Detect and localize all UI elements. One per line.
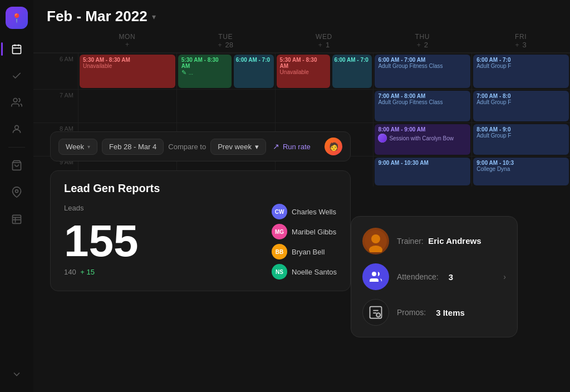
date-range-button[interactable]: Feb 28 - Mar 4 bbox=[102, 139, 164, 155]
cal-day-tue: TUE + 28 bbox=[176, 33, 275, 49]
thu-navy2-event[interactable]: 7:00 AM - 8:00 AM Adult Group Fitness Cl… bbox=[375, 91, 470, 121]
mon-unavail-event[interactable]: 5:30 AM - 8:30 AM Unavailable bbox=[80, 55, 175, 88]
cal-cell-thu-7am[interactable]: 7:00 AM - 8:00 AM Adult Group Fitness Cl… bbox=[373, 89, 471, 122]
avatar: MG bbox=[272, 224, 287, 239]
svg-point-4 bbox=[13, 99, 17, 102]
cal-cell-thu-8am[interactable]: 8:00 AM - 9:00 AM Session with Carolyn B… bbox=[373, 122, 471, 156]
cal-cell-fri-8am[interactable]: 8:00 AM - 9:0 Adult Group F bbox=[471, 122, 570, 156]
overlay-panel: Week ▾ Feb 28 - Mar 4 Compare to Prev we… bbox=[50, 131, 351, 291]
week-selector-button[interactable]: Week ▾ bbox=[58, 139, 97, 155]
fri-navy3-event[interactable]: 8:00 AM - 9:0 Adult Group F bbox=[473, 124, 569, 155]
tue-add-btn[interactable]: + bbox=[218, 41, 222, 49]
cal-cell-thu-6am[interactable]: 6:00 AM - 7:00 AM Adult Group Fitness Cl… bbox=[373, 53, 471, 89]
sidebar-item-location[interactable] bbox=[6, 181, 28, 203]
time-6am: 6 AM bbox=[33, 53, 78, 86]
run-rate-button[interactable]: ↗ Run rate bbox=[273, 142, 311, 151]
thu-session-event[interactable]: 8:00 AM - 9:00 AM Session with Carolyn B… bbox=[375, 124, 470, 155]
svg-point-7 bbox=[16, 190, 18, 193]
thu-navy3-event[interactable]: 9:00 AM - 10:30 AM bbox=[375, 158, 470, 185]
promos-icon bbox=[362, 299, 389, 326]
sidebar-item-check[interactable] bbox=[6, 65, 28, 87]
lead-list: CW Charles Wells MG Maribel Gibbs BB Bry… bbox=[272, 204, 337, 280]
session-popup: Trainer: Eric Andrews Attendence: 3 › Pr… bbox=[351, 216, 518, 337]
svg-point-13 bbox=[371, 234, 380, 243]
wed-teal-event[interactable]: 6:00 AM - 7:0 bbox=[332, 55, 372, 88]
leads-label: Leads bbox=[64, 204, 138, 212]
cal-cell-tue-6am[interactable]: 5:30 AM - 8:30 AM ✎ ... 6:00 AM - 7:0 bbox=[176, 53, 275, 89]
cal-day-fri: FRI + 3 bbox=[471, 33, 570, 49]
compare-to-label: Compare to bbox=[168, 143, 206, 151]
trainer-info: Trainer: Eric Andrews bbox=[397, 236, 481, 246]
cal-cell-tue-7am[interactable] bbox=[176, 89, 275, 122]
attendence-row[interactable]: Attendence: 3 › bbox=[362, 263, 506, 290]
time-7am: 7 AM bbox=[33, 89, 78, 122]
list-item[interactable]: BB Bryan Bell bbox=[272, 244, 337, 259]
attendence-icon bbox=[362, 263, 389, 290]
page-title: Feb - Mar 2022 bbox=[47, 8, 148, 25]
prev-week-button[interactable]: Prev week ▾ bbox=[210, 139, 266, 155]
sidebar-divider bbox=[8, 147, 25, 148]
svg-point-5 bbox=[15, 125, 19, 129]
cal-row-7am: 7 AM 7:00 AM - 8:00 AM Adult Group Fitne… bbox=[33, 89, 570, 122]
fri-navy1-event[interactable]: 6:00 AM - 7:0 Adult Group F bbox=[473, 55, 569, 88]
sidebar-item-people[interactable] bbox=[6, 91, 28, 114]
wed-add-btn[interactable]: + bbox=[318, 41, 322, 49]
sidebar-item-calendar[interactable] bbox=[6, 38, 28, 60]
promos-row[interactable]: Promos: 3 Items bbox=[362, 299, 506, 326]
title-chevron-icon[interactable]: ▾ bbox=[152, 12, 156, 21]
cal-cell-wed-6am[interactable]: 5:30 AM - 8:30 AM Unavailable 6:00 AM - … bbox=[275, 53, 374, 89]
sidebar: 📍 bbox=[0, 0, 33, 392]
cal-day-wed: WED + 1 bbox=[275, 33, 374, 49]
cal-row-6am: 6 AM 5:30 AM - 8:30 AM Unavailable 5:30 … bbox=[33, 53, 570, 89]
trainer-avatar bbox=[362, 228, 389, 254]
avatar: BB bbox=[272, 244, 287, 259]
fri-navy4-event[interactable]: 9:00 AM - 10:3 College Dyna bbox=[473, 158, 569, 185]
svg-rect-0 bbox=[13, 45, 21, 53]
sidebar-item-bag[interactable] bbox=[6, 154, 28, 177]
prev-week-chevron-icon: ▾ bbox=[255, 143, 259, 151]
avatar: NS bbox=[272, 264, 287, 280]
cal-cell-wed-7am[interactable] bbox=[275, 89, 374, 122]
week-chevron-icon: ▾ bbox=[87, 144, 90, 150]
cal-cell-fri-7am[interactable]: 7:00 AM - 8:0 Adult Group F bbox=[471, 89, 570, 122]
tue-teal-event[interactable]: 6:00 AM - 7:0 bbox=[234, 55, 274, 88]
sidebar-item-more[interactable] bbox=[6, 363, 28, 385]
user-avatar[interactable]: 🧑 bbox=[325, 138, 342, 155]
header: Feb - Mar 2022 ▾ bbox=[33, 0, 570, 33]
toolbar: Week ▾ Feb 28 - Mar 4 Compare to Prev we… bbox=[50, 131, 351, 161]
cal-cell-mon-7am[interactable] bbox=[78, 89, 176, 122]
cal-day-mon: MON + bbox=[78, 33, 176, 49]
fri-navy2-event[interactable]: 7:00 AM - 8:0 Adult Group F bbox=[473, 91, 569, 121]
sidebar-item-schedule[interactable] bbox=[6, 208, 28, 230]
cal-cell-mon-6am[interactable]: 5:30 AM - 8:30 AM Unavailable bbox=[78, 53, 176, 89]
leads-sub: 140 + 15 bbox=[64, 268, 138, 276]
svg-point-17 bbox=[376, 313, 380, 317]
tue-unavail-event[interactable]: 5:30 AM - 8:30 AM ✎ ... bbox=[178, 55, 232, 88]
thu-navy1-event[interactable]: 6:00 AM - 7:00 AM Adult Group Fitness Cl… bbox=[375, 55, 470, 88]
svg-point-15 bbox=[372, 272, 376, 276]
mon-add-btn[interactable]: + bbox=[125, 41, 129, 48]
leads-plus: + 15 bbox=[80, 268, 95, 276]
list-item[interactable]: CW Charles Wells bbox=[272, 204, 337, 219]
app-logo[interactable]: 📍 bbox=[6, 7, 28, 29]
list-item[interactable]: MG Maribel Gibbs bbox=[272, 224, 337, 239]
attendence-chevron-icon: › bbox=[503, 272, 506, 281]
report-title: Lead Gen Reports bbox=[64, 182, 337, 195]
cal-cell-fri-6am[interactable]: 6:00 AM - 7:0 Adult Group F bbox=[471, 53, 570, 89]
cal-cell-thu-9am[interactable]: 9:00 AM - 10:30 AM bbox=[373, 156, 471, 187]
leads-count: 155 bbox=[64, 219, 138, 263]
avatar: CW bbox=[272, 204, 287, 219]
trend-icon: ↗ bbox=[273, 142, 279, 151]
list-item[interactable]: NS Noelle Santos bbox=[272, 264, 337, 280]
sidebar-item-person[interactable] bbox=[6, 118, 28, 140]
cal-day-thu: THU + 2 bbox=[373, 33, 471, 49]
trainer-row: Trainer: Eric Andrews bbox=[362, 228, 506, 254]
wed-unavail-event[interactable]: 5:30 AM - 8:30 AM Unavailable bbox=[277, 55, 330, 88]
thu-add-btn[interactable]: + bbox=[417, 41, 421, 49]
fri-add-btn[interactable]: + bbox=[515, 41, 519, 49]
cal-cell-fri-9am[interactable]: 9:00 AM - 10:3 College Dyna bbox=[471, 156, 570, 187]
report-card: Lead Gen Reports Leads 155 140 + 15 CW C… bbox=[50, 170, 351, 291]
